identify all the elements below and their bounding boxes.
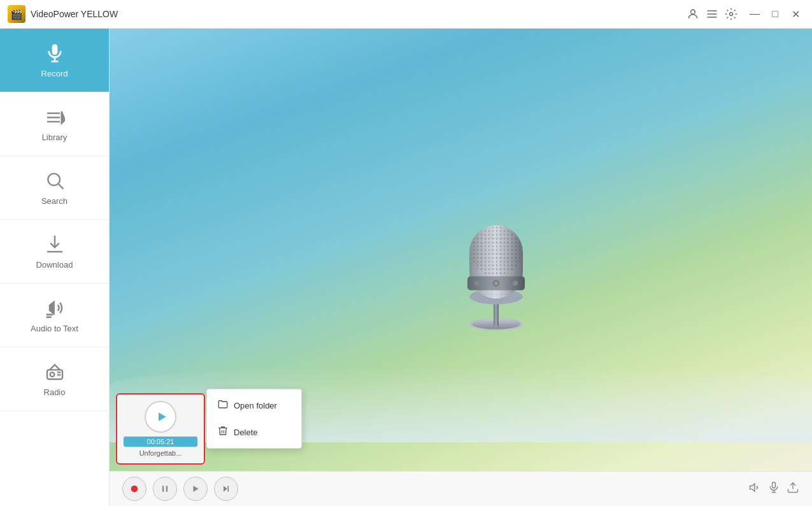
svg-marker-44 <box>750 484 755 491</box>
player-bar <box>110 471 812 506</box>
trash-icon <box>217 425 229 439</box>
svg-point-29 <box>474 280 480 286</box>
svg-point-19 <box>50 372 54 377</box>
audio-to-text-icon <box>45 298 65 320</box>
svg-rect-43 <box>227 486 229 491</box>
svg-marker-37 <box>159 412 166 421</box>
context-menu-delete[interactable]: Delete <box>207 419 301 445</box>
sidebar-label-radio: Radio <box>44 387 66 397</box>
app-logo: 🎬 <box>8 5 25 23</box>
folder-icon <box>217 398 229 412</box>
maximize-button[interactable]: □ <box>766 5 784 23</box>
svg-point-38 <box>131 486 138 493</box>
svg-marker-11 <box>61 112 64 124</box>
sidebar-label-download: Download <box>36 260 73 270</box>
sidebar: Record Library Search <box>0 29 110 506</box>
microphone-icon <box>45 43 65 65</box>
record-button[interactable] <box>122 477 146 501</box>
search-icon <box>45 170 65 192</box>
content-area: 00:05:21 Unforgettab... Open folder <box>110 29 812 506</box>
context-menu: Open folder Delete <box>206 389 302 449</box>
list-icon[interactable] <box>705 7 719 21</box>
user-icon[interactable] <box>686 7 700 21</box>
sidebar-item-library[interactable]: Library <box>0 92 109 156</box>
app-title: VideoPower YELLOW <box>31 9 686 19</box>
svg-marker-41 <box>194 486 199 491</box>
svg-rect-33 <box>471 226 522 276</box>
sidebar-label-library: Library <box>42 133 68 142</box>
recording-name: Unforgettab... <box>124 449 197 457</box>
export-icon[interactable] <box>787 481 799 497</box>
radio-icon <box>45 361 65 384</box>
play-button[interactable] <box>183 477 208 501</box>
next-button[interactable] <box>214 477 238 501</box>
svg-marker-42 <box>224 486 227 491</box>
svg-line-13 <box>59 184 63 189</box>
svg-point-32 <box>494 281 498 285</box>
microphone-graphic <box>445 187 547 333</box>
pause-button[interactable] <box>153 477 177 501</box>
titlebar: 🎬 VideoPower YELLOW ― □ ✕ <box>0 0 812 29</box>
play-button-card[interactable] <box>145 401 176 433</box>
sidebar-item-download[interactable]: Download <box>0 220 109 284</box>
svg-marker-15 <box>50 301 54 314</box>
mic-icon[interactable] <box>767 481 780 497</box>
sidebar-label-record: Record <box>41 69 68 78</box>
sidebar-item-radio[interactable]: Radio <box>0 347 109 411</box>
recorded-item-card[interactable]: 00:05:21 Unforgettab... <box>116 393 205 465</box>
record-background: 00:05:21 Unforgettab... Open folder <box>110 29 812 506</box>
open-folder-label: Open folder <box>234 401 277 410</box>
volume-icon[interactable] <box>748 481 761 497</box>
svg-point-0 <box>691 10 695 14</box>
context-menu-open-folder[interactable]: Open folder <box>207 392 301 419</box>
svg-rect-39 <box>162 486 164 491</box>
close-button[interactable]: ✕ <box>787 5 804 23</box>
sidebar-label-audio-to-text: Audio to Text <box>31 324 78 333</box>
sidebar-item-search[interactable]: Search <box>0 156 109 220</box>
titlebar-right-icons <box>686 7 738 21</box>
svg-point-12 <box>48 173 60 185</box>
svg-rect-40 <box>166 486 167 491</box>
minimize-button[interactable]: ― <box>746 5 764 23</box>
player-right-controls <box>748 481 799 497</box>
svg-point-4 <box>730 13 733 16</box>
sidebar-item-record[interactable]: Record <box>0 29 109 92</box>
download-icon <box>45 234 65 256</box>
svg-point-30 <box>513 280 518 286</box>
settings-icon[interactable] <box>724 7 738 21</box>
recording-time: 00:05:21 <box>124 437 197 447</box>
window-controls: ― □ ✕ <box>746 5 804 23</box>
delete-label: Delete <box>234 428 258 437</box>
main-layout: Record Library Search <box>0 29 812 506</box>
svg-rect-45 <box>773 482 776 488</box>
sidebar-label-search: Search <box>41 196 68 206</box>
library-icon <box>45 106 65 129</box>
sidebar-item-audio-to-text[interactable]: Audio to Text <box>0 284 109 347</box>
svg-rect-5 <box>52 44 57 54</box>
